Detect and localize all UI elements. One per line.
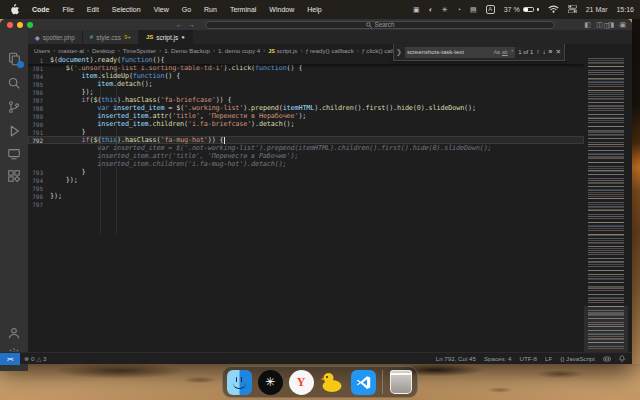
finder-dock-icon[interactable] xyxy=(227,370,252,395)
menu-window[interactable]: Window xyxy=(269,6,294,13)
source-control-icon[interactable] xyxy=(7,100,21,114)
find-query[interactable]: screenshots-task-text xyxy=(407,49,492,55)
code-line[interactable]: 784 item.slideUp(function() { xyxy=(28,72,584,80)
accounts-icon[interactable] xyxy=(7,326,21,340)
code-line[interactable]: 789 inserted_item.attr('title', 'Перенес… xyxy=(28,112,584,120)
code-line[interactable]: 787 if($(this).hasClass('fa-briefcase'))… xyxy=(28,96,584,104)
menu-go[interactable]: Go xyxy=(182,6,191,13)
find-in-selection-button[interactable]: ≡ xyxy=(549,47,553,57)
encoding[interactable]: UTF-8 xyxy=(515,355,541,362)
trash-dock-icon[interactable] xyxy=(389,370,414,395)
menubar-status-icon-2[interactable]: ◐ xyxy=(429,6,433,13)
breadcrumb-item[interactable]: 1. demo copy 4 xyxy=(218,47,260,54)
indentation[interactable]: Spaces: 4 xyxy=(480,355,516,362)
menu-view[interactable]: View xyxy=(154,6,169,13)
chatgpt-dock-icon[interactable]: ✳ xyxy=(258,370,283,395)
code-line[interactable]: 793 } xyxy=(28,168,584,176)
menu-edit[interactable]: Edit xyxy=(87,6,99,13)
find-previous-button[interactable]: ↑ xyxy=(536,47,539,57)
extensions-icon[interactable] xyxy=(7,169,21,183)
menubar-status-icon-1[interactable]: ▣ xyxy=(413,6,420,14)
code-line[interactable]: 794 }); xyxy=(28,176,584,184)
code-line[interactable]: 790 inserted_item.children('i.fa-briefca… xyxy=(28,120,584,128)
whole-word-icon[interactable]: ab xyxy=(502,49,508,55)
eol[interactable]: LF xyxy=(541,355,556,362)
regex-icon[interactable]: .* xyxy=(510,49,513,55)
code-line[interactable]: 791 } xyxy=(28,128,584,136)
window-minimize-button[interactable] xyxy=(17,22,23,28)
nav-forward-button[interactable]: → xyxy=(188,20,195,29)
menu-file[interactable]: File xyxy=(63,6,74,13)
breadcrumb-item[interactable]: Desktop xyxy=(92,47,115,54)
input-source-icon[interactable]: A xyxy=(486,5,495,14)
minimap[interactable] xyxy=(584,56,628,352)
code-line[interactable]: 797 xyxy=(28,200,584,208)
language-mode[interactable]: {} JavaScript xyxy=(556,355,599,362)
breadcrumb-item[interactable]: 1. Demo Backup xyxy=(164,47,210,54)
modified-indicator: ● xyxy=(181,34,185,40)
wifi-icon[interactable] xyxy=(548,5,559,14)
find-next-button[interactable]: ↓ xyxy=(543,47,546,57)
warning-count: 3 xyxy=(43,355,46,362)
code-line[interactable]: 788 var inserted_item = $('.working-list… xyxy=(28,104,584,112)
control-center-icon[interactable] xyxy=(568,5,577,14)
notifications-bell-icon[interactable] xyxy=(615,355,629,362)
line-number: 797 xyxy=(28,201,50,208)
breadcrumb-item[interactable]: TimeSpotter xyxy=(123,47,156,54)
problems-indicator[interactable]: ⊗ 0 △ 3 xyxy=(20,355,51,362)
menubar-status-icon-5[interactable]: ▤ xyxy=(470,6,477,14)
menu-help[interactable]: Help xyxy=(307,6,321,13)
code-line[interactable]: 785 item.detach(); xyxy=(28,80,584,88)
breadcrumb-item[interactable]: ƒ ready() callback xyxy=(305,47,353,54)
breadcrumb-separator: › xyxy=(159,47,161,53)
breadcrumb-item[interactable]: master-al xyxy=(58,47,84,54)
toggle-panel-icon[interactable]: ◫ xyxy=(596,21,603,28)
vscode-dock-icon[interactable] xyxy=(351,370,376,395)
window-zoom-button[interactable] xyxy=(27,22,33,28)
menu-code[interactable]: Code xyxy=(32,6,50,13)
code-line[interactable]: 795 xyxy=(28,184,584,192)
code-editor[interactable]: 1$(document).ready(function(){781 $('.un… xyxy=(28,56,584,352)
nav-back-button[interactable]: ← xyxy=(176,20,183,29)
menu-run[interactable]: Run xyxy=(204,6,217,13)
toggle-sidebar-icon[interactable]: ◧ xyxy=(585,21,592,28)
menu-terminal[interactable]: Terminal xyxy=(230,6,256,13)
code-line[interactable]: 796}); xyxy=(28,192,584,200)
run-debug-icon[interactable] xyxy=(7,124,21,138)
find-close-button[interactable]: ✕ xyxy=(556,47,561,57)
breadcrumb-item[interactable]: Users xyxy=(34,47,50,54)
menubar-date[interactable]: 21 Mar xyxy=(586,6,608,13)
battery-indicator[interactable]: 37 % xyxy=(504,6,539,13)
code-line[interactable]: 781 $('.unsorting-list i.sorting-table-t… xyxy=(28,64,584,72)
match-case-icon[interactable]: Aa xyxy=(494,49,500,55)
command-center-search[interactable]: Search xyxy=(205,21,555,29)
apple-menu-icon[interactable] xyxy=(10,4,19,15)
cursor-position[interactable]: Ln 792, Col 45 xyxy=(432,355,480,362)
split-editor-icon[interactable]: ◫ xyxy=(603,22,610,30)
remote-explorer-icon[interactable] xyxy=(7,147,21,161)
tab-spotter.php[interactable]: ◆spotter.php xyxy=(28,30,83,44)
copilot-icon[interactable] xyxy=(599,356,615,362)
code-line[interactable]: inserted_item.children('i.fa-mug-hot').d… xyxy=(28,160,584,168)
menubar-clock[interactable]: 15:16 xyxy=(616,6,634,13)
tab-script.js[interactable]: JSscript.js● xyxy=(139,30,193,44)
minimap-slider[interactable] xyxy=(584,306,628,352)
remote-indicator[interactable]: >< xyxy=(0,353,20,365)
code-line[interactable]: inserted_item.attr('title', 'Перенести в… xyxy=(28,152,584,160)
tab-style.css[interactable]: #style.css9+ xyxy=(83,30,139,44)
cyberduck-dock-icon[interactable] xyxy=(320,370,345,395)
toggle-replace-icon[interactable]: ❯ xyxy=(396,48,402,56)
code-line[interactable]: 786 }); xyxy=(28,88,584,96)
code-line[interactable]: 792 if($(this).hasClass('fa-mug-hot')) { xyxy=(28,136,584,144)
code-line[interactable]: var inserted_item = $('.not-working-list… xyxy=(28,144,584,152)
yandex-browser-dock-icon[interactable]: Y xyxy=(289,370,314,395)
search-view-icon[interactable] xyxy=(7,76,21,90)
breadcrumb-item[interactable]: JS script.js xyxy=(268,47,297,54)
window-close-button[interactable] xyxy=(7,22,13,28)
menubar-status-icon-3[interactable]: ✳ xyxy=(442,6,448,14)
find-input[interactable]: screenshots-task-text Aa ab .* xyxy=(405,47,515,58)
menubar-status-icon-4[interactable]: ◔ xyxy=(457,6,461,13)
explorer-icon[interactable] xyxy=(7,52,21,66)
menu-selection[interactable]: Selection xyxy=(112,6,141,13)
more-actions-icon[interactable]: ⋯ xyxy=(617,22,624,30)
